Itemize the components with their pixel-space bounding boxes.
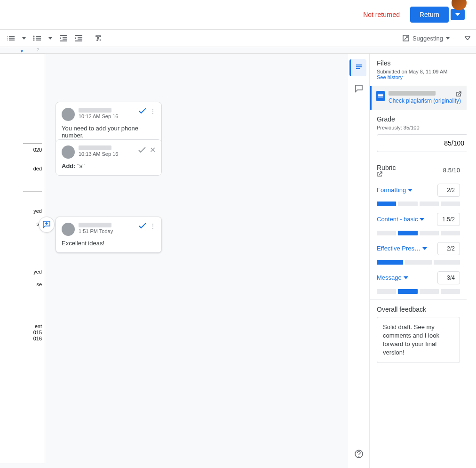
- decrease-indent-button[interactable]: [56, 32, 71, 45]
- file-name: [389, 91, 436, 96]
- indent-marker[interactable]: ▾: [21, 48, 23, 54]
- criterion-segment[interactable]: [377, 202, 396, 206]
- grade-input[interactable]: [377, 134, 467, 152]
- accept-icon[interactable]: [138, 147, 146, 153]
- docs-icon: [376, 91, 385, 101]
- help-icon[interactable]: [350, 445, 367, 462]
- commenter-name: [79, 145, 111, 150]
- chevron-down-icon: [420, 218, 424, 221]
- feedback-section: Overall feedback Solid draft. See my com…: [370, 300, 467, 369]
- grade-heading: Grade: [377, 115, 460, 123]
- open-external-icon[interactable]: [455, 91, 462, 97]
- open-rubric-icon[interactable]: [377, 171, 398, 177]
- commenter-name: [79, 223, 111, 227]
- criterion-score[interactable]: 1.5/2: [437, 213, 460, 226]
- criterion-segment[interactable]: [441, 289, 460, 294]
- criterion-segment[interactable]: [420, 289, 439, 294]
- criterion-bar[interactable]: [377, 289, 460, 294]
- document-area[interactable]: 020 ded yed se yed se ent 015 016 10:12 …: [0, 54, 348, 468]
- list-dropdown-2[interactable]: [45, 32, 56, 45]
- criterion-bar[interactable]: [377, 231, 460, 235]
- list-dropdown-1[interactable]: [19, 32, 29, 45]
- increase-indent-button[interactable]: [71, 32, 86, 45]
- comment-avatar: [62, 145, 75, 159]
- svg-point-1: [33, 38, 35, 39]
- criterion-segment[interactable]: [377, 231, 396, 235]
- rubric-criterion: Message 3/4: [377, 271, 460, 294]
- plagiarism-link[interactable]: Check plagiarism (originality): [389, 97, 461, 105]
- criterion-segment[interactable]: [420, 202, 439, 206]
- comment-card[interactable]: 10:12 AM Sep 16 ⋮ You need to add your p…: [56, 102, 162, 145]
- criterion-segment[interactable]: [398, 289, 417, 294]
- criterion-label[interactable]: Message: [377, 274, 408, 281]
- rubric-criterion: Formatting 2/2: [377, 184, 460, 206]
- add-comment-button[interactable]: [39, 217, 55, 233]
- doc-text: 016: [33, 335, 42, 342]
- rubric-total: 8.5/10: [443, 167, 460, 174]
- see-history-link[interactable]: See history: [377, 74, 460, 80]
- submitted-time: Submitted on May 8, 11:09 AM: [377, 69, 460, 74]
- doc-text: 020: [33, 146, 42, 153]
- criterion-label[interactable]: Formatting: [377, 186, 413, 194]
- criterion-segment[interactable]: [420, 231, 439, 235]
- formatting-toolbar: Suggesting: [0, 29, 476, 47]
- chevron-down-icon: [408, 189, 413, 192]
- criterion-segment[interactable]: [398, 231, 417, 235]
- criterion-segment[interactable]: [405, 260, 431, 265]
- comments-tab[interactable]: [350, 80, 367, 97]
- chevron-down-icon: [422, 247, 427, 250]
- expand-button[interactable]: [465, 36, 470, 40]
- comment-card[interactable]: 1:51 PM Today ⋮ Excellent ideas!: [56, 217, 162, 253]
- doc-text: se: [36, 281, 42, 288]
- criterion-bar[interactable]: [377, 260, 460, 265]
- comment-body: Excellent ideas!: [62, 240, 156, 247]
- feedback-textarea[interactable]: Solid draft. See my comments and I look …: [377, 317, 460, 363]
- bulleted-list-button[interactable]: [30, 32, 44, 45]
- reject-icon[interactable]: ✕: [150, 145, 156, 154]
- comment-more-icon[interactable]: ⋮: [150, 108, 156, 114]
- resolve-icon[interactable]: [139, 223, 146, 229]
- criterion-label[interactable]: Effective Pres…: [377, 245, 427, 252]
- comment-time: 10:12 AM Sep 16: [79, 113, 118, 119]
- ruler[interactable]: ▾ 7: [0, 47, 476, 54]
- suggestion-card[interactable]: 10:13 AM Sep 16 ✕ Add: "s": [56, 139, 162, 176]
- criterion-score[interactable]: 2/2: [437, 184, 460, 197]
- criterion-segment[interactable]: [377, 260, 403, 265]
- chevron-down-icon: [446, 37, 450, 40]
- grading-sidebar: Files Submitted on May 8, 11:09 AM See h…: [370, 54, 467, 468]
- rubric-section: Rubric 8.5/10 Formatting 2/2Content - ba…: [370, 158, 467, 300]
- criterion-segment[interactable]: [441, 202, 460, 206]
- criterion-label[interactable]: Content - basic: [377, 216, 424, 223]
- document-page[interactable]: 020 ded yed se yed se ent 015 016: [0, 54, 45, 463]
- comment-more-icon[interactable]: ⋮: [150, 223, 156, 229]
- grade-previously: Previously: 35/100: [377, 125, 460, 130]
- files-heading: Files: [377, 59, 460, 67]
- numbered-list-button[interactable]: [4, 32, 18, 45]
- criterion-score[interactable]: 2/2: [437, 242, 460, 255]
- criterion-bar[interactable]: [377, 202, 460, 206]
- files-section: Files Submitted on May 8, 11:09 AM See h…: [370, 54, 467, 86]
- commenter-name: [79, 108, 111, 113]
- comment-avatar: [62, 223, 75, 236]
- criterion-segment[interactable]: [377, 289, 396, 294]
- grade-section: Grade Previously: 35/100 ⋮: [370, 110, 467, 158]
- criterion-segment[interactable]: [398, 202, 417, 206]
- mode-selector[interactable]: Suggesting: [398, 32, 453, 44]
- criterion-segment[interactable]: [441, 231, 460, 235]
- rubric-heading: Rubric: [377, 164, 396, 171]
- comment-time: 10:13 AM Sep 16: [79, 151, 118, 157]
- rubric-criterion: Effective Pres… 2/2: [377, 242, 460, 265]
- return-button[interactable]: Return: [410, 7, 449, 23]
- doc-text: ded: [33, 165, 42, 172]
- criterion-segment[interactable]: [434, 260, 460, 265]
- chevron-down-icon: [404, 276, 408, 279]
- return-dropdown[interactable]: [451, 9, 465, 20]
- criterion-score[interactable]: 3/4: [437, 271, 460, 284]
- resolve-icon[interactable]: [139, 108, 146, 114]
- file-row[interactable]: Check plagiarism (originality): [370, 86, 467, 110]
- clear-formatting-button[interactable]: [91, 32, 105, 45]
- doc-text: yed: [33, 208, 42, 214]
- grading-tab[interactable]: [349, 59, 366, 76]
- comment-avatar: [62, 108, 75, 121]
- svg-point-2: [33, 40, 35, 41]
